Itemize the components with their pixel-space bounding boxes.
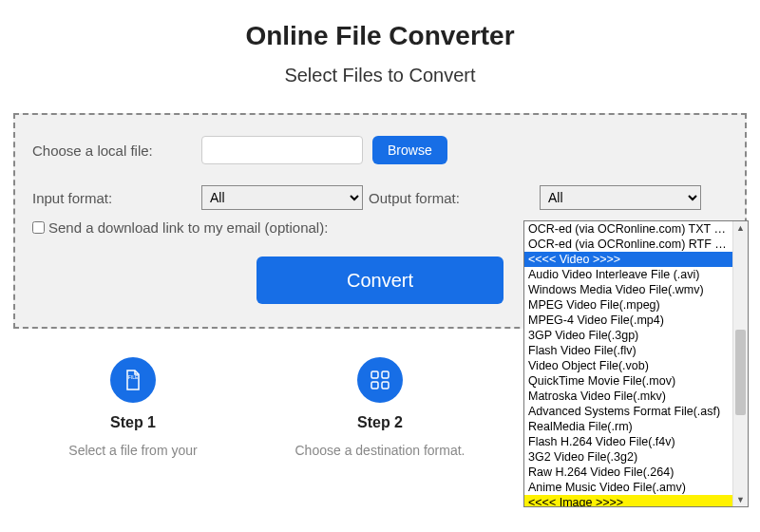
- scroll-thumb[interactable]: [735, 330, 746, 415]
- listbox-option[interactable]: Audio Video Interleave File (.avi): [524, 267, 732, 282]
- step-2-title: Step 2: [257, 414, 502, 431]
- svg-text:FILE: FILE: [128, 374, 139, 380]
- svg-rect-2: [382, 371, 389, 378]
- output-format-label: Output format:: [369, 190, 538, 206]
- listbox-option[interactable]: Flash Video File(.flv): [524, 343, 732, 358]
- step-1-desc: Select a file from your: [10, 443, 255, 458]
- listbox-option[interactable]: Anime Music Video File(.amv): [524, 480, 732, 495]
- listbox-option[interactable]: MPEG-4 Video File(.mp4): [524, 313, 732, 328]
- file-input[interactable]: [201, 136, 363, 164]
- page-subtitle: Select Files to Convert: [10, 65, 750, 86]
- step-2-desc: Choose a destination format.: [257, 443, 502, 458]
- listbox-option[interactable]: Advanced Systems Format File(.asf): [524, 404, 732, 419]
- row-formats: Input format: All Output format: All: [32, 185, 728, 210]
- email-checkbox[interactable]: [32, 221, 45, 234]
- step-2: Step 2 Choose a destination format.: [257, 357, 502, 458]
- listbox-option[interactable]: Raw H.264 Video File(.264): [524, 465, 732, 480]
- listbox-option[interactable]: Video Object File(.vob): [524, 358, 732, 373]
- scroll-track[interactable]: [733, 235, 748, 493]
- step-1: FILE Step 1 Select a file from your: [10, 357, 255, 458]
- listbox-option[interactable]: 3G2 Video File(.3g2): [524, 449, 732, 465]
- step-1-title: Step 1: [10, 414, 255, 431]
- input-format-label: Input format:: [32, 190, 201, 206]
- listbox-option[interactable]: MPEG Video File(.mpeg): [524, 297, 732, 313]
- input-format-select[interactable]: All: [201, 185, 363, 210]
- page-title: Online File Converter: [10, 21, 750, 51]
- listbox-option[interactable]: <<<< Image >>>>: [524, 495, 732, 506]
- svg-rect-1: [371, 371, 378, 378]
- svg-rect-4: [382, 382, 389, 389]
- browse-button[interactable]: Browse: [372, 136, 447, 164]
- listbox-option[interactable]: OCR-ed (via OCRonline.com) RTF (.rtf): [524, 237, 732, 252]
- listbox-option[interactable]: OCR-ed (via OCRonline.com) TXT (.txt): [524, 221, 732, 237]
- listbox-option[interactable]: <<<< Video >>>>: [524, 252, 732, 267]
- listbox-option[interactable]: QuickTime Movie File(.mov): [524, 373, 732, 389]
- listbox-option[interactable]: Flash H.264 Video File(.f4v): [524, 434, 732, 449]
- grid-icon: [357, 357, 403, 403]
- choose-file-label: Choose a local file:: [32, 142, 201, 159]
- scroll-down-arrow[interactable]: ▼: [733, 493, 748, 506]
- output-format-listbox[interactable]: OCR-ed (via OCRonline.com) TXT (.txt)OCR…: [523, 220, 749, 507]
- listbox-option[interactable]: RealMedia File(.rm): [524, 419, 732, 434]
- listbox-option[interactable]: Windows Media Video File(.wmv): [524, 282, 732, 297]
- listbox-scrollbar[interactable]: ▲ ▼: [732, 221, 748, 506]
- convert-button[interactable]: Convert: [256, 256, 504, 304]
- file-icon: FILE: [110, 357, 156, 403]
- output-format-select[interactable]: All: [540, 185, 701, 210]
- scroll-up-arrow[interactable]: ▲: [733, 221, 748, 235]
- svg-rect-3: [371, 382, 378, 389]
- listbox-option[interactable]: 3GP Video File(.3gp): [524, 328, 732, 343]
- listbox-option[interactable]: Matroska Video File(.mkv): [524, 389, 732, 404]
- row-choose-file: Choose a local file: Browse: [32, 136, 728, 164]
- email-checkbox-label: Send a download link to my email (option…: [48, 219, 328, 236]
